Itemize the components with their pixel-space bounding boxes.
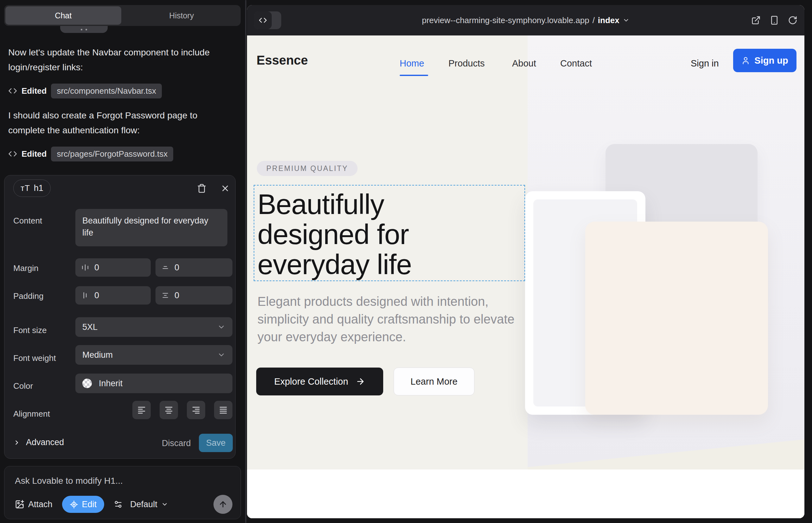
sign-up-button[interactable]: Sign up	[733, 49, 796, 72]
color-swatch	[82, 379, 92, 388]
site-logo[interactable]: Essence	[257, 53, 308, 68]
padding-x-input[interactable]: 0	[75, 286, 151, 305]
quality-badge: PREMIUM QUALITY	[257, 161, 357, 176]
element-editor-panel: тT h1 Content Beautifully designed for e…	[4, 175, 236, 459]
chat-message: I should also create a Forgot Password p…	[8, 108, 217, 138]
margin-vertical-icon	[161, 264, 170, 272]
refresh-button[interactable]	[788, 16, 797, 25]
arrow-right-icon	[356, 377, 365, 386]
padding-y-input[interactable]: 0	[156, 286, 232, 305]
close-icon	[220, 184, 230, 193]
browser-chrome: preview--charming-site-symphony.lovable.…	[247, 5, 805, 35]
settings-icon	[114, 500, 123, 509]
align-justify-button[interactable]	[214, 401, 232, 419]
padding-vertical-icon	[161, 291, 170, 300]
url-text: preview--charming-site-symphony.lovable.…	[422, 16, 589, 25]
edit-mode-pill[interactable]: Edit	[62, 496, 105, 513]
site-preview: Essence Home Products About Contact Sign…	[247, 35, 805, 518]
align-center-icon	[164, 405, 174, 415]
scrolled-message-peek	[60, 26, 108, 33]
nav-products[interactable]: Products	[448, 58, 484, 69]
edited-file-row: Edited src/components/Navbar.tsx	[8, 84, 162, 98]
external-link-icon	[751, 16, 761, 25]
hero-heading[interactable]: Beautifully designed for everyday life	[258, 189, 412, 279]
code-icon[interactable]	[254, 12, 272, 29]
element-tag-label: h1	[34, 183, 43, 193]
delete-element-button[interactable]	[197, 184, 207, 193]
attach-button[interactable]: Attach	[28, 500, 53, 509]
font-size-select[interactable]: 5XL	[75, 317, 232, 337]
font-weight-label: Font weight	[13, 353, 56, 363]
padding-horizontal-icon	[81, 291, 89, 300]
color-field[interactable]: Inherit	[75, 374, 232, 393]
target-icon	[70, 500, 78, 509]
nav-contact[interactable]: Contact	[560, 58, 592, 69]
edited-file-row: Edited src/pages/ForgotPassword.tsx	[8, 147, 173, 161]
code-preview-toggle[interactable]	[254, 12, 281, 29]
edited-file-chip[interactable]: src/components/Navbar.tsx	[51, 84, 162, 98]
mobile-view-button[interactable]	[770, 16, 779, 25]
color-label: Color	[13, 381, 33, 391]
arrow-up-icon	[218, 500, 227, 509]
hero-diagonal-wedge	[528, 439, 805, 469]
mode-selector[interactable]: Default	[114, 500, 168, 509]
align-left-button[interactable]	[133, 401, 151, 419]
url-bar[interactable]: preview--charming-site-symphony.lovable.…	[422, 16, 630, 25]
sign-in-link[interactable]: Sign in	[691, 58, 719, 69]
chat-message: Now let's update the Navbar component to…	[8, 45, 217, 75]
code-icon	[8, 86, 17, 95]
align-right-button[interactable]	[187, 401, 205, 419]
nav-about[interactable]: About	[512, 58, 536, 69]
tab-history[interactable]: History	[124, 6, 240, 25]
send-button[interactable]	[213, 495, 232, 514]
selected-element-pill: тT h1	[13, 180, 51, 197]
chevron-down-icon	[623, 17, 630, 24]
code-icon	[8, 149, 17, 158]
chevron-right-icon	[13, 439, 20, 446]
font-weight-select[interactable]: Medium	[75, 345, 232, 365]
learn-more-button[interactable]: Learn More	[394, 367, 474, 395]
trash-icon	[197, 184, 207, 193]
align-justify-icon	[218, 405, 228, 415]
discard-button[interactable]: Discard	[162, 438, 191, 448]
tab-chat[interactable]: Chat	[5, 6, 121, 25]
chat-composer: Attach Edit Default	[4, 466, 241, 519]
save-button[interactable]: Save	[199, 434, 233, 452]
explore-collection-button[interactable]: Explore Collection	[256, 367, 383, 395]
chevron-down-icon	[217, 351, 226, 359]
edited-label: Edited	[21, 149, 47, 159]
route-name: index	[598, 16, 619, 25]
image-plus-icon[interactable]	[15, 500, 24, 509]
smartphone-icon	[770, 16, 779, 25]
chevron-down-icon	[161, 501, 168, 508]
edited-label: Edited	[21, 86, 47, 96]
alignment-label: Alignment	[13, 409, 50, 419]
type-icon: тT	[21, 183, 30, 193]
margin-horizontal-icon	[81, 264, 89, 272]
margin-x-input[interactable]: 0	[75, 258, 151, 277]
font-size-label: Font size	[13, 325, 47, 335]
margin-y-input[interactable]: 0	[156, 258, 232, 277]
refresh-icon	[788, 16, 797, 25]
next-section	[247, 469, 805, 518]
close-editor-button[interactable]	[220, 184, 230, 193]
margin-label: Margin	[13, 264, 38, 273]
nav-home[interactable]: Home	[400, 58, 424, 69]
decor-card-cream	[585, 222, 768, 415]
nav-home-underline	[400, 75, 428, 76]
user-icon	[741, 56, 750, 65]
content-label: Content	[13, 216, 42, 226]
align-center-button[interactable]	[160, 401, 178, 419]
edited-file-chip[interactable]: src/pages/ForgotPassword.tsx	[51, 147, 173, 161]
chat-history-tabbar: Chat History	[4, 5, 241, 26]
advanced-toggle[interactable]: Advanced	[13, 437, 64, 447]
align-left-icon	[137, 405, 146, 415]
content-textarea[interactable]: Beautifully designed for everyday life	[75, 209, 227, 246]
preview-window: preview--charming-site-symphony.lovable.…	[247, 5, 805, 518]
align-right-icon	[191, 405, 201, 415]
open-external-button[interactable]	[751, 16, 761, 25]
hero-paragraph: Elegant products designed with intention…	[258, 292, 536, 346]
chevron-down-icon	[217, 323, 226, 331]
composer-input[interactable]	[15, 476, 217, 486]
panel-divider	[245, 0, 246, 523]
